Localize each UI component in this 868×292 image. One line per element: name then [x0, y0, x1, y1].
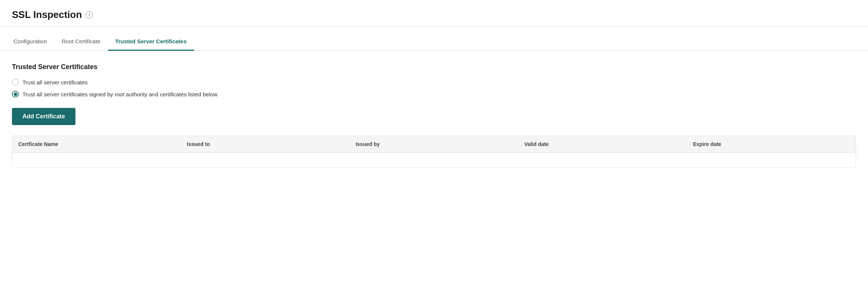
column-header-certificate-name: Certficate Name: [12, 136, 181, 152]
content-area: Trusted Server Certificates Trust all se…: [0, 51, 868, 168]
column-header-valid-date: Valid date: [518, 136, 687, 152]
column-header-issued-by: Issued by: [350, 136, 518, 152]
radio-label-trust-root-and-listed: Trust all server certificates signed by …: [22, 91, 217, 97]
section-title: Trusted Server Certificates: [12, 63, 856, 71]
tab-trusted-server-certificates[interactable]: Trusted Server Certificates: [108, 33, 194, 51]
radio-button-trust-all[interactable]: [12, 79, 19, 86]
column-header-expire-date: Expire date: [687, 136, 856, 152]
table-body: [12, 153, 856, 168]
info-icon[interactable]: i: [86, 11, 93, 19]
tabs-container: Configuration Root Certificate Trusted S…: [0, 33, 868, 51]
tab-configuration[interactable]: Configuration: [12, 33, 54, 51]
radio-label-trust-all: Trust all server certificates: [22, 79, 88, 86]
radio-option-trust-all[interactable]: Trust all server certificates: [12, 79, 856, 86]
radio-option-trust-root-and-listed[interactable]: Trust all server certificates signed by …: [12, 91, 856, 97]
page-container: SSL Inspection i Configuration Root Cert…: [0, 0, 868, 292]
page-title: SSL Inspection: [12, 9, 82, 21]
column-header-issued-to: Issued to: [181, 136, 350, 152]
tab-root-certificate[interactable]: Root Certificate: [54, 33, 108, 51]
radio-group: Trust all server certificates Trust all …: [12, 79, 856, 97]
certificates-table: Certficate Name Issued to Issued by Vali…: [12, 136, 856, 168]
page-header: SSL Inspection i: [0, 0, 868, 27]
radio-button-trust-root-and-listed[interactable]: [12, 91, 19, 97]
table-header: Certficate Name Issued to Issued by Vali…: [12, 136, 856, 153]
add-certificate-button[interactable]: Add Certificate: [12, 108, 75, 125]
